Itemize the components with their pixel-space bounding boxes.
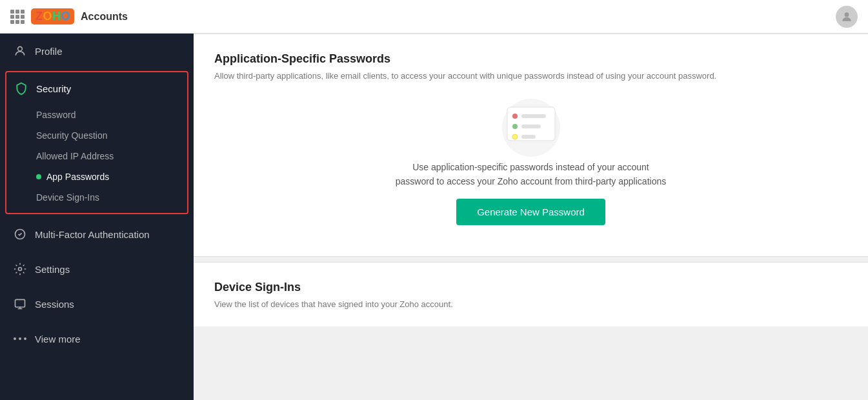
grid-icon[interactable] [10, 10, 25, 24]
security-question-label: Security Question [36, 130, 108, 141]
sidebar-item-sessions[interactable]: Sessions [0, 286, 194, 321]
generate-password-button[interactable]: Generate New Password [456, 199, 605, 225]
password-label: Password [36, 110, 76, 120]
sidebar-item-mfa[interactable]: Multi-Factor Authentication [0, 217, 194, 252]
security-sub-items: Password Security Question Allowed IP Ad… [6, 105, 187, 213]
svg-point-1 [18, 46, 23, 51]
svg-point-7 [24, 337, 26, 340]
svg-point-6 [19, 337, 21, 340]
allowed-ip-label: Allowed IP Address [36, 151, 114, 161]
security-section: Security Password Security Question Allo… [5, 71, 188, 214]
svg-point-0 [845, 12, 849, 17]
more-icon [13, 332, 27, 346]
security-label: Security [36, 83, 71, 94]
app-passwords-label: App Passwords [46, 172, 109, 182]
svg-point-3 [19, 268, 22, 271]
app-passwords-desc: Allow third-party applications, like ema… [214, 70, 731, 83]
app-passwords-title: Application-Specific Passwords [214, 52, 847, 66]
mfa-icon [13, 227, 27, 241]
svg-rect-11 [521, 114, 546, 118]
sidebar: Profile Security Password Security Quest… [0, 34, 194, 400]
view-more-label: View more [35, 334, 81, 345]
sidebar-item-view-more[interactable]: View more [0, 321, 194, 356]
svg-point-14 [512, 134, 518, 139]
svg-point-5 [14, 337, 16, 340]
app-title: Accounts [81, 11, 128, 23]
sessions-icon [13, 297, 27, 311]
svg-rect-4 [15, 299, 25, 307]
illustration-text: Use application-specific passwords inste… [396, 160, 667, 189]
sidebar-item-password[interactable]: Password [6, 105, 187, 125]
svg-point-10 [512, 114, 518, 119]
sidebar-item-device-sign-ins[interactable]: Device Sign-Ins [6, 187, 187, 208]
illustration-area: Use application-specific passwords inste… [214, 83, 847, 236]
layout: Profile Security Password Security Quest… [0, 34, 868, 400]
sidebar-item-allowed-ip[interactable]: Allowed IP Address [6, 146, 187, 166]
sessions-label: Sessions [35, 299, 74, 310]
mfa-label: Multi-Factor Authentication [35, 229, 150, 240]
profile-icon [13, 44, 27, 58]
zoho-logo: ZOHO [31, 8, 74, 25]
header-left: ZOHO Accounts [10, 8, 128, 25]
sidebar-item-app-passwords[interactable]: App Passwords [6, 166, 187, 187]
active-dot [36, 174, 41, 179]
sidebar-item-security[interactable]: Security [6, 72, 187, 105]
security-icon [14, 81, 28, 95]
profile-label: Profile [35, 46, 63, 57]
settings-label: Settings [35, 264, 70, 275]
device-sign-ins-title: Device Sign-Ins [214, 281, 847, 294]
app-passwords-illustration [489, 95, 573, 160]
svg-rect-13 [521, 125, 541, 128]
device-sign-ins-section: Device Sign-Ins View the list of devices… [194, 262, 868, 326]
sidebar-item-security-question[interactable]: Security Question [6, 125, 187, 146]
main-content: Application-Specific Passwords Allow thi… [194, 34, 868, 400]
svg-rect-15 [521, 135, 536, 139]
device-sign-ins-desc: View the list of devices that have signe… [214, 298, 731, 311]
sidebar-item-profile[interactable]: Profile [0, 34, 194, 68]
settings-icon [13, 262, 27, 276]
avatar[interactable] [836, 6, 858, 28]
header: ZOHO Accounts [0, 0, 868, 34]
device-sign-ins-label: Device Sign-Ins [36, 192, 99, 203]
app-passwords-section: Application-Specific Passwords Allow thi… [194, 34, 868, 257]
sidebar-item-settings[interactable]: Settings [0, 252, 194, 286]
svg-point-12 [512, 124, 518, 129]
